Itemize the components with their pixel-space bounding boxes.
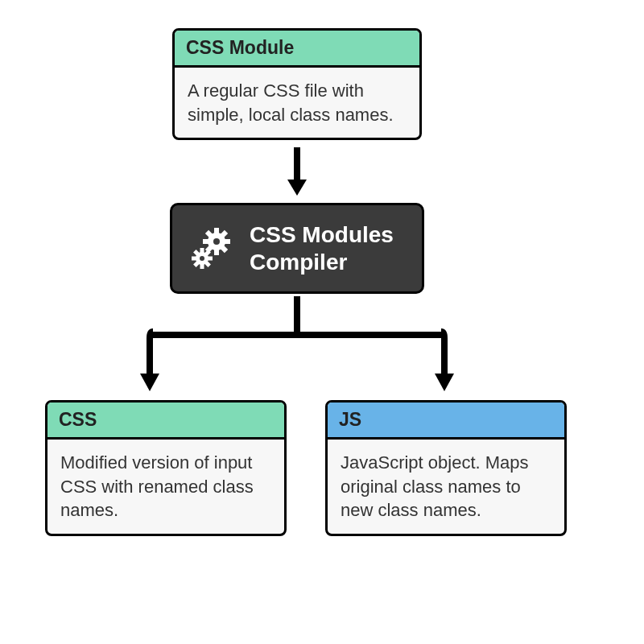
branch-arrow-icon: [137, 296, 459, 401]
svg-marker-25: [435, 374, 454, 391]
css-module-title: CSS Module: [175, 31, 419, 68]
svg-marker-24: [140, 374, 159, 391]
svg-rect-15: [192, 256, 196, 260]
arrow-down-icon: [287, 147, 308, 199]
compiler-title: CSS Modules Compiler: [250, 221, 394, 275]
svg-rect-3: [214, 228, 219, 234]
js-output-description: JavaScript object. Maps original class n…: [328, 440, 564, 534]
svg-rect-13: [200, 248, 204, 253]
js-output-box: JS JavaScript object. Maps original clas…: [325, 400, 567, 536]
gears-icon: [190, 226, 235, 271]
js-output-title: JS: [328, 402, 564, 440]
css-module-description: A regular CSS file with simple, local cl…: [175, 68, 419, 138]
css-output-title: CSS: [47, 402, 284, 440]
svg-point-21: [200, 256, 204, 261]
compiler-box: CSS Modules Compiler: [170, 203, 424, 294]
svg-rect-14: [200, 264, 204, 269]
css-module-box: CSS Module A regular CSS file with simpl…: [172, 28, 422, 140]
svg-point-11: [213, 238, 220, 245]
svg-rect-4: [214, 249, 219, 255]
svg-rect-5: [203, 239, 209, 244]
css-output-description: Modified version of input CSS with renam…: [47, 440, 284, 534]
svg-marker-1: [287, 180, 307, 196]
css-output-box: CSS Modified version of input CSS with r…: [45, 400, 287, 536]
compiler-title-line1: CSS Modules: [250, 222, 394, 247]
svg-rect-16: [208, 256, 213, 260]
compiler-title-line2: Compiler: [250, 250, 347, 275]
svg-rect-6: [224, 239, 230, 244]
